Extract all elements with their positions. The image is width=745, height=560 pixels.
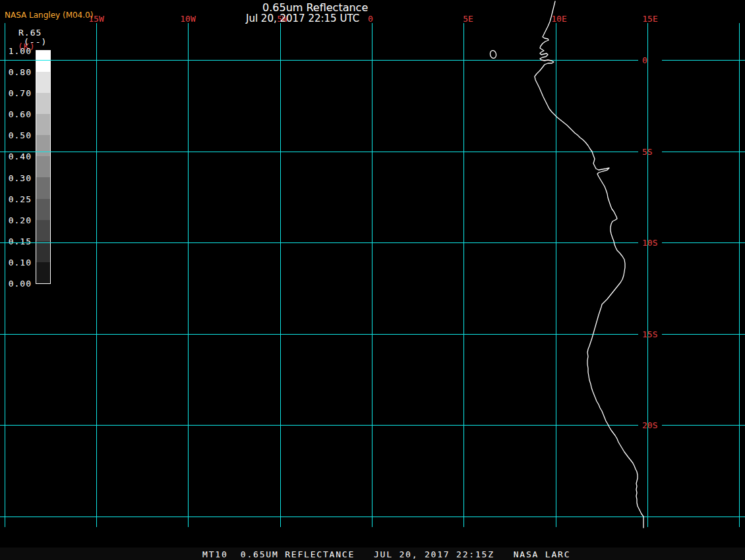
lon-label-10e: 10E xyxy=(551,14,566,24)
lat-label-5s: 5S xyxy=(642,147,653,157)
lat-label-20s: 20S xyxy=(642,420,657,430)
lat-label-15s: 15S xyxy=(642,329,657,339)
lat-label-0: 0 xyxy=(642,55,647,65)
branding: NASA Langley (M04.0) xyxy=(5,11,93,20)
lon-label-10w: 10W xyxy=(180,14,195,24)
island-outline xyxy=(489,50,496,59)
lat-label-10s: 10S xyxy=(642,238,657,248)
map-canvas xyxy=(0,0,745,560)
satellite-map-screen: NASA Langley (M04.0) 0.65um Reflectance … xyxy=(0,0,745,560)
status-bar-text: MT10 0.65UM REFLECTANCE JUL 20, 2017 22:… xyxy=(202,549,570,559)
lon-label-15e: 15E xyxy=(642,14,657,24)
coastline xyxy=(535,1,643,528)
lon-label-0: 0 xyxy=(368,14,373,24)
lon-label-5e: 5E xyxy=(463,14,473,24)
status-bar: MT10 0.65UM REFLECTANCE JUL 20, 2017 22:… xyxy=(0,547,745,560)
page-subtitle: Jul 20, 2017 22:15 UTC xyxy=(246,13,359,24)
